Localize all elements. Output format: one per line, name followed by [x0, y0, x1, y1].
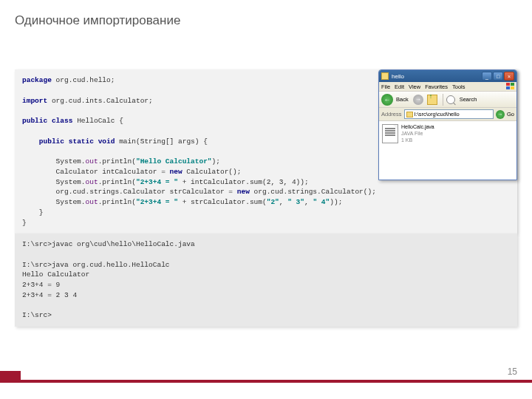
file-name[interactable]: HelloCalc.java — [401, 124, 434, 131]
t5: 2+3+4 = 9 — [22, 281, 60, 289]
kw-static: static — [69, 137, 94, 146]
plus-int: + intCalculator.sum(2, 3, 4)); — [178, 178, 309, 186]
str-decl: org.cud.strings.Calculator strCalculator… — [22, 188, 237, 196]
folder-icon — [381, 72, 389, 80]
println2: .println( — [98, 178, 136, 186]
t1: I:\src>javac org\cud\hello\HelloCalc.jav… — [22, 240, 195, 248]
separator — [443, 94, 443, 106]
back-label: Back — [396, 96, 409, 103]
slide-title: Одиночное импортирование — [15, 13, 180, 28]
svg-rect-0 — [506, 83, 510, 86]
plus-str: + strCalculator.sum( — [178, 198, 267, 206]
window-title: hello — [392, 73, 482, 80]
terminal-block: I:\src>javac org\cud\hello\HelloCalc.jav… — [15, 233, 517, 327]
sys2: System. — [56, 178, 86, 186]
println3: .println( — [98, 198, 136, 206]
page-number: 15 — [508, 366, 517, 377]
file-icon[interactable] — [382, 124, 398, 143]
sys3: System. — [56, 198, 86, 206]
footer-accent — [0, 371, 21, 383]
footer-line — [0, 380, 532, 383]
main-sig: main(String[] args) { — [115, 137, 207, 146]
svg-rect-1 — [511, 83, 514, 86]
a4: " 4" — [313, 198, 330, 206]
calc-ctor: Calculator(); — [183, 168, 242, 176]
c1: , — [279, 198, 287, 206]
sys1: System. — [56, 157, 86, 166]
calc-decl: Calculator intCalculator = — [22, 168, 170, 176]
kw-void: void — [98, 137, 115, 146]
up-button[interactable] — [427, 95, 437, 105]
str-expr1: "2+3+4 = " — [136, 178, 178, 186]
menu-view[interactable]: View — [409, 83, 420, 90]
package-name: org.cud.hello; — [52, 76, 115, 84]
windows-logo-icon — [506, 83, 515, 90]
svg-rect-2 — [506, 86, 510, 89]
file-list[interactable]: HelloCalc.java JAVA File 1 KB — [379, 121, 516, 180]
import-name: org.cud.ints.Calculator; — [47, 97, 153, 105]
toolbar: ← Back → Search — [379, 92, 516, 108]
file-type: JAVA File — [401, 131, 434, 137]
str-expr2: "2+3+4 = " — [136, 198, 178, 206]
go-button[interactable]: → — [496, 110, 505, 119]
a2: "2" — [267, 198, 279, 206]
explorer-window: hello _ □ × File Edit View Favorites Too… — [378, 69, 517, 180]
menubar: File Edit View Favorites Tools — [379, 82, 516, 92]
out3: out — [86, 198, 98, 206]
back-button[interactable]: ← — [381, 94, 393, 106]
menu-file[interactable]: File — [381, 83, 390, 90]
println1: .println( — [98, 157, 136, 166]
svg-rect-3 — [511, 86, 514, 89]
kw-public2: public — [39, 137, 64, 146]
cp3: )); — [330, 198, 342, 206]
t8: I:\src> — [22, 311, 52, 319]
search-icon[interactable] — [446, 95, 455, 104]
new2: new — [237, 188, 250, 196]
cp1: ); — [212, 157, 220, 166]
t6: 2+3+4 = 2 3 4 — [22, 291, 77, 299]
titlebar[interactable]: hello _ □ × — [379, 70, 516, 82]
forward-button[interactable]: → — [413, 95, 423, 105]
go-label: Go — [507, 111, 514, 117]
address-path: I:\src\org\cud\hello — [415, 111, 460, 117]
close-button[interactable]: × — [504, 72, 514, 81]
address-label: Address — [381, 111, 402, 117]
menu-tools[interactable]: Tools — [452, 83, 466, 90]
str-ctor: org.cud.strings.Calculator(); — [250, 188, 376, 196]
folder-icon — [406, 112, 413, 117]
kw-public: public — [22, 117, 47, 125]
kw-import: import — [22, 97, 47, 105]
brace-out: } — [22, 219, 27, 227]
new1: new — [170, 168, 183, 176]
maximize-button[interactable]: □ — [493, 72, 503, 81]
a3: " 3" — [287, 198, 304, 206]
menu-favorites[interactable]: Favorites — [425, 83, 448, 90]
class-name: HelloCalc { — [72, 117, 123, 125]
minimize-button[interactable]: _ — [482, 72, 492, 81]
kw-class: class — [52, 117, 73, 125]
str-hello: "Hello Calculator" — [136, 157, 212, 166]
c2: , — [304, 198, 313, 206]
file-info: HelloCalc.java JAVA File 1 KB — [401, 124, 434, 143]
out2: out — [86, 178, 98, 186]
kw-package: package — [22, 76, 52, 84]
t4: Hello Calculator — [22, 270, 89, 279]
menu-edit[interactable]: Edit — [395, 83, 404, 90]
t3: I:\src>java org.cud.hello.HelloCalc — [22, 261, 170, 269]
address-field[interactable]: I:\src\org\cud\hello — [404, 109, 494, 119]
addressbar: Address I:\src\org\cud\hello → Go — [379, 108, 516, 121]
brace-in: } — [22, 208, 44, 216]
search-label: Search — [460, 96, 477, 103]
out1: out — [86, 157, 98, 166]
file-size: 1 KB — [401, 137, 434, 144]
